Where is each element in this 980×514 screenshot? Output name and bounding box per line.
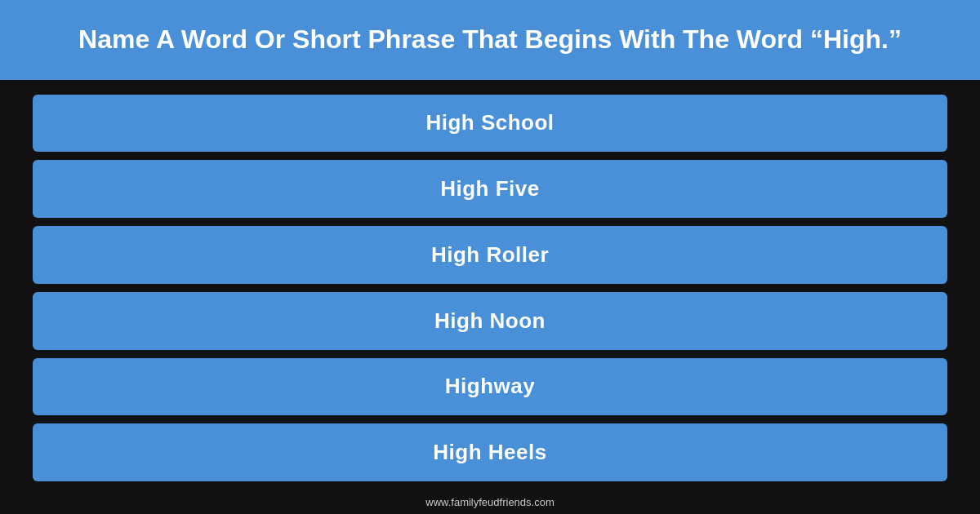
answer-row[interactable]: High Roller [33,226,947,284]
answer-row[interactable]: High Noon [33,292,947,350]
question-title: Name A Word Or Short Phrase That Begins … [33,23,947,57]
answer-row[interactable]: High School [33,95,947,153]
header: Name A Word Or Short Phrase That Begins … [0,0,980,80]
answer-label: High Five [440,176,540,202]
answer-row[interactable]: High Five [33,160,947,218]
answer-label: High Roller [431,242,549,268]
answer-label: High Heels [433,440,546,465]
answers-container: High SchoolHigh FiveHigh RollerHigh Noon… [0,80,980,490]
answer-label: Highway [445,374,535,399]
answer-label: High Noon [434,308,546,334]
answer-row[interactable]: Highway [33,358,947,416]
footer-url: www.familyfeudfriends.com [425,496,555,508]
footer: www.familyfeudfriends.com [0,490,980,514]
answer-row[interactable]: High Heels [33,423,947,481]
answer-label: High School [425,110,554,135]
